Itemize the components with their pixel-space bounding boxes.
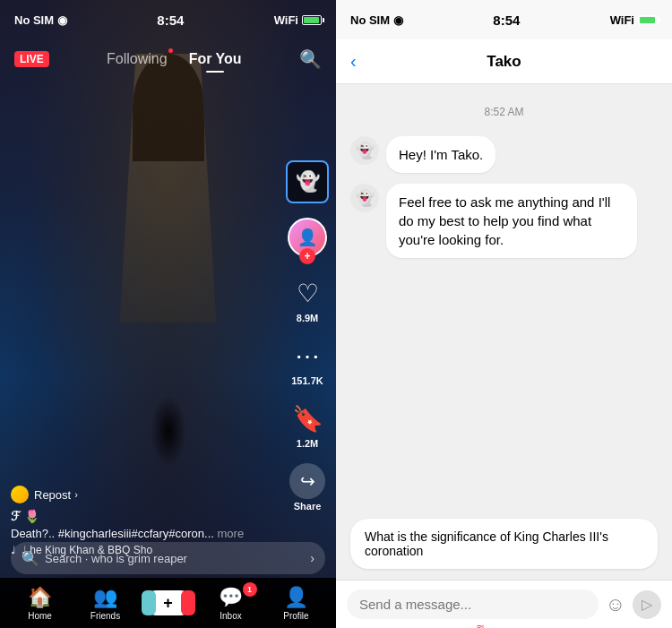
message-bubble-2: Feel free to ask me anything and I'll do… [386, 184, 637, 258]
suggested-question[interactable]: What is the significance of King Charles… [350, 519, 658, 569]
heart-icon: ♡ [289, 275, 325, 311]
bookmark-count: 1.2M [297, 438, 318, 449]
share-icon: ↪ [289, 463, 325, 499]
add-plus-icon: + [163, 594, 173, 613]
suggested-question-area: What is the significance of King Charles… [336, 508, 672, 580]
avatar-image: 👤 [297, 228, 317, 247]
tako-chat-panel: No SIM ◉ 8:54 WiFi ‹ Tako 8:52 AM 👻 Hey!… [336, 0, 672, 628]
message-timestamp: 8:52 AM [350, 106, 658, 118]
watchful-waves-icon-right: ≋ [476, 622, 485, 628]
live-badge[interactable]: LIVE [14, 51, 49, 67]
profile-icon: 👤 [284, 586, 308, 609]
search-bar[interactable]: 🔍 Search · who is grim reaper › [11, 542, 325, 574]
profile-label: Profile [283, 611, 308, 621]
bookmark-button[interactable]: 🔖 1.2M [289, 400, 325, 449]
back-button[interactable]: ‹ [350, 51, 357, 72]
username-label: ℱ 🌷 [11, 509, 39, 523]
chat-messages-area: 8:52 AM 👻 Hey! I'm Tako. 👻 Feel free to … [336, 84, 672, 508]
status-carrier-left: No SIM ◉ [14, 13, 67, 27]
chat-title: Tako [487, 53, 521, 71]
username-row: ℱ 🌷 [11, 509, 282, 523]
inbox-icon: 💬 [219, 586, 243, 609]
caption-text: Death?.. #kingcharlesiii#ccfary#coron...… [11, 527, 282, 540]
ghost-icon: 👻 [296, 170, 320, 194]
share-button[interactable]: ↪ Share [289, 463, 325, 512]
chat-input-area: ☺ ▷ [336, 580, 672, 628]
chat-header: ‹ Tako [336, 39, 672, 84]
dark-figure-overlay [151, 395, 186, 467]
nav-friends[interactable]: 👥 Friends [83, 586, 128, 621]
repost-chevron-icon: › [74, 489, 78, 500]
right-sidebar-actions: 👻 👤 + ♡ 8.9M ⋯ 151.7K 🔖 1.2M ↪ Share [286, 160, 329, 512]
inbox-label: Inbox [220, 611, 241, 621]
search-bar-chevron-icon: › [310, 551, 314, 565]
nav-inbox[interactable]: 💬 1 Inbox [209, 586, 254, 621]
tab-following[interactable]: Following [107, 51, 168, 67]
repost-text: Repost › [34, 488, 78, 502]
watchful-logo-right: ≋ watchful [476, 622, 532, 628]
message-bubble-1: Hey! I'm Tako. [386, 136, 495, 173]
wifi-icon-right: WiFi [610, 13, 634, 27]
inbox-badge: 1 [243, 582, 257, 597]
emoji-button[interactable]: ☺ [606, 593, 625, 616]
top-nav-left: LIVE Following For You 🔍 [0, 39, 336, 79]
carrier-label-right: No SIM [350, 13, 390, 27]
share-label: Share [294, 501, 322, 512]
like-button[interactable]: ♡ 8.9M [289, 275, 325, 323]
tiktok-panel: No SIM ◉ 8:54 WiFi LIVE Following For Yo… [0, 0, 336, 628]
message-input[interactable] [347, 589, 599, 619]
search-bar-text: Search · who is grim reaper [45, 552, 305, 565]
signal-icon-right: ◉ [393, 13, 403, 27]
tako-avatar: 👻 [350, 136, 379, 165]
tako-avatar-2: 👻 [350, 184, 379, 212]
home-label: Home [28, 611, 52, 621]
status-time-left: 8:54 [157, 13, 184, 28]
wifi-icon-left: WiFi [274, 13, 298, 27]
signal-icon-left: ◉ [57, 13, 67, 27]
status-bar-right: No SIM ◉ 8:54 WiFi [336, 0, 672, 39]
cathedral-overlay [115, 54, 222, 323]
creator-avatar-container: 👤 + [288, 218, 327, 257]
battery-icon-left [302, 15, 322, 25]
watchful-text-right: watchful [488, 623, 532, 628]
comment-icon: ⋯ [289, 338, 325, 374]
message-row-1: 👻 Hey! I'm Tako. [350, 136, 658, 173]
tab-for-you[interactable]: For You [189, 51, 242, 67]
friends-icon: 👥 [93, 586, 117, 609]
battery-icon-right [638, 15, 658, 25]
repost-avatar [11, 486, 29, 503]
message-row-2: 👻 Feel free to ask me anything and I'll … [350, 184, 658, 258]
bottom-nav-left: 🏠 Home 👥 Friends + 💬 1 Inbox 👤 Profile [0, 578, 336, 628]
comment-button[interactable]: ⋯ 151.7K [289, 338, 325, 386]
nav-tabs: Following For You [107, 51, 242, 67]
repost-row: Repost › [11, 486, 282, 503]
status-battery-left: WiFi [274, 13, 322, 27]
add-button[interactable]: + [149, 590, 188, 615]
comment-count: 151.7K [291, 375, 323, 386]
ghost-avatar-box[interactable]: 👻 [286, 160, 329, 203]
like-count: 8.9M [297, 313, 318, 323]
nav-add[interactable]: + [149, 590, 188, 615]
status-time-right: 8:54 [493, 13, 520, 28]
nav-profile[interactable]: 👤 Profile [274, 586, 319, 621]
nav-home[interactable]: 🏠 Home [18, 586, 63, 621]
home-icon: 🏠 [28, 586, 52, 609]
send-button[interactable]: ▷ [633, 590, 661, 619]
search-icon-btn[interactable]: 🔍 [299, 48, 322, 70]
status-bar-left: No SIM ◉ 8:54 WiFi [0, 0, 336, 39]
bookmark-icon: 🔖 [289, 400, 325, 436]
status-battery-right: WiFi [610, 13, 658, 27]
search-bar-icon: 🔍 [22, 550, 39, 567]
more-label[interactable]: more [218, 527, 245, 540]
follow-button[interactable]: + [299, 248, 315, 264]
friends-label: Friends [90, 611, 120, 621]
carrier-label-left: No SIM [14, 13, 54, 27]
status-carrier-right: No SIM ◉ [350, 13, 403, 27]
following-dot [168, 48, 173, 53]
